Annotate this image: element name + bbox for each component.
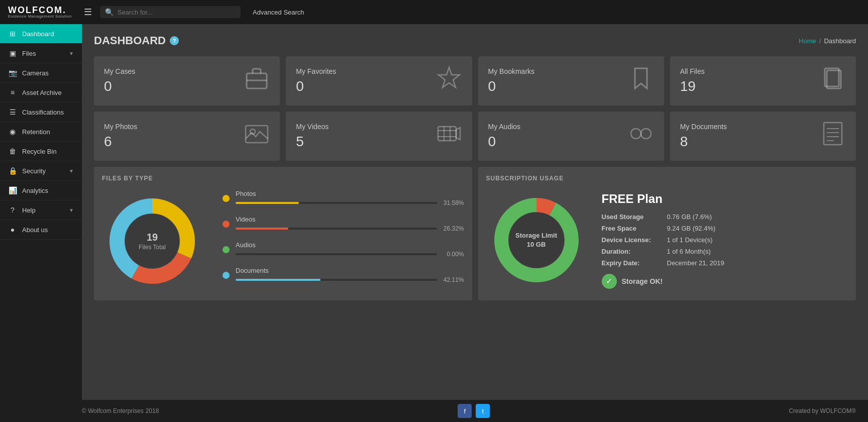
photo-icon	[244, 121, 270, 152]
files-by-type-panel: FILES BY TYPE 19 Files Total	[94, 167, 472, 300]
sidebar-item-label: Cameras	[22, 69, 74, 77]
sidebar-item-asset-archive[interactable]: ≡ Asset Archive	[0, 83, 82, 102]
search-input[interactable]	[118, 9, 236, 16]
svg-rect-7	[438, 127, 456, 141]
stat-card-my-bookmarks[interactable]: My Bookmarks 0	[478, 56, 664, 106]
sidebar-item-files[interactable]: ▣ Files ▼	[0, 44, 82, 63]
main-layout: ⊞ Dashboard ▣ Files ▼ 📷 Cameras ≡ Asset …	[0, 24, 868, 400]
sidebar-item-cameras[interactable]: 📷 Cameras	[0, 63, 82, 83]
stat-card-my-documents[interactable]: My Documents 8	[670, 112, 856, 161]
sub-row-expiry: Expiry Date: December 21, 2019	[602, 259, 848, 267]
sidebar-item-recycle-bin[interactable]: 🗑 Recycle Bin	[0, 142, 82, 161]
cameras-icon: 📷	[8, 69, 17, 77]
sidebar-item-label: Classifications	[22, 109, 74, 116]
legend-name-videos: Videos	[236, 216, 464, 223]
search-wrapper: 🔍	[100, 6, 241, 18]
sidebar-item-help[interactable]: ? Help ▼	[0, 200, 82, 220]
dashboard-icon: ⊞	[8, 30, 17, 38]
duration-val: 1 of 6 Month(s)	[667, 248, 711, 255]
brand-subtitle: Evidence Management Solution	[8, 15, 72, 19]
breadcrumb-home-link[interactable]: Home	[799, 37, 816, 45]
legend-pct-audios: 0.00%	[441, 251, 464, 258]
footer-copyright: © Wolfcom Enterprises 2018	[82, 407, 159, 414]
sidebar-item-label: Analytics	[22, 187, 74, 194]
stat-card-my-cases[interactable]: My Cases 0	[94, 56, 280, 106]
facebook-button[interactable]: f	[458, 404, 472, 418]
sub-donut-center: Storage Limit 10 GB	[515, 231, 557, 249]
social-links: f t	[458, 404, 490, 418]
document-icon	[820, 121, 846, 152]
legend-bar-documents	[236, 279, 320, 281]
device-license-val: 1 of 1 Device(s)	[667, 236, 713, 244]
video-icon	[436, 121, 462, 152]
svg-point-12	[631, 129, 641, 139]
stat-card-label: My Favorites	[296, 67, 336, 75]
bottom-panels: FILES BY TYPE 19 Files Total	[94, 167, 856, 300]
breadcrumb-separator: /	[819, 37, 821, 45]
sidebar-item-label: Dashboard	[22, 30, 74, 38]
analytics-icon: 📊	[8, 186, 17, 194]
sidebar-item-classifications[interactable]: ☰ Classifications	[0, 102, 82, 122]
sidebar-item-label: Files	[22, 50, 64, 57]
files-by-type-title: FILES BY TYPE	[102, 175, 464, 182]
stat-card-label: My Videos	[296, 123, 329, 131]
sidebar: ⊞ Dashboard ▣ Files ▼ 📷 Cameras ≡ Asset …	[0, 24, 82, 400]
asset-archive-icon: ≡	[8, 88, 17, 96]
device-license-key: Device License:	[602, 236, 662, 244]
files-icon: ▣	[8, 49, 17, 57]
hamburger-menu-icon[interactable]: ☰	[84, 7, 92, 18]
subscription-panel: SUBSCRIPTION USAGE Storage Limit 10 GB F…	[478, 167, 856, 300]
legend-pct-photos: 31.58%	[441, 199, 464, 206]
stat-card-all-files[interactable]: All Files 19	[670, 56, 856, 106]
legend-dot-audios	[223, 246, 230, 253]
chevron-down-icon: ▼	[69, 168, 74, 174]
legend-item-documents: Documents 42.11%	[223, 267, 464, 283]
legend-item-photos: Photos 31.58%	[223, 190, 464, 206]
donut-center: 19 Files Total	[139, 231, 166, 252]
subscription-title: SUBSCRIPTION USAGE	[486, 175, 848, 182]
storage-ok-badge: ✓	[602, 274, 617, 289]
legend-dot-photos	[223, 195, 230, 202]
bookmark-icon	[628, 65, 654, 96]
used-storage-val: 0.76 GB (7.6%)	[667, 213, 712, 221]
breadcrumb-row: DASHBOARD ? Home / Dashboard	[94, 34, 856, 47]
sub-donut-chart: Storage Limit 10 GB	[486, 190, 587, 290]
stat-card-my-videos[interactable]: My Videos 5	[286, 112, 472, 161]
legend-name-audios: Audios	[236, 241, 464, 249]
expiry-val: December 21, 2019	[667, 259, 724, 267]
stat-card-my-favorites[interactable]: My Favorites 0	[286, 56, 472, 106]
free-space-key: Free Space	[602, 225, 662, 232]
expiry-key: Expiry Date:	[602, 259, 662, 267]
sidebar-item-about[interactable]: ● About us	[0, 220, 82, 240]
sidebar-item-security[interactable]: 🔒 Security ▼	[0, 161, 82, 181]
sub-storage-value: 10 GB	[515, 240, 557, 249]
stat-card-value: 0	[488, 78, 535, 94]
stat-card-label: My Cases	[104, 67, 135, 75]
advanced-search-link[interactable]: Advanced Search	[253, 9, 304, 16]
legend-pct-videos: 26.32%	[441, 225, 464, 232]
about-icon: ●	[8, 226, 17, 234]
legend-bar-photos	[236, 202, 299, 204]
sidebar-item-analytics[interactable]: 📊 Analytics	[0, 181, 82, 200]
twitter-button[interactable]: t	[476, 404, 490, 418]
sidebar-item-dashboard[interactable]: ⊞ Dashboard	[0, 24, 82, 44]
donut-label: Files Total	[139, 244, 166, 252]
stat-card-label: All Files	[680, 67, 705, 75]
sub-row-free: Free Space 9.24 GB (92.4%)	[602, 225, 848, 232]
star-icon	[436, 65, 462, 96]
chevron-down-icon: ▼	[69, 207, 74, 213]
classifications-icon: ☰	[8, 108, 17, 116]
stat-card-my-audios[interactable]: My Audios 0	[478, 112, 664, 161]
sidebar-item-retention[interactable]: ◉ Retention	[0, 122, 82, 142]
legend-dot-videos	[223, 221, 230, 228]
files-by-type-inner: 19 Files Total Photos 31.	[102, 190, 464, 292]
subscription-plan-title: FREE Plan	[602, 192, 848, 206]
stat-card-value: 0	[296, 78, 336, 94]
sub-storage-limit-label: Storage Limit	[515, 231, 557, 240]
sub-row-used: Used Storage 0.76 GB (7.6%)	[602, 213, 848, 221]
briefcase-icon	[244, 65, 270, 96]
stat-card-my-photos[interactable]: My Photos 6	[94, 112, 280, 161]
subscription-inner: Storage Limit 10 GB FREE Plan Used Stora…	[486, 190, 848, 290]
help-badge-icon[interactable]: ?	[170, 36, 179, 45]
legend-dot-documents	[223, 272, 230, 279]
